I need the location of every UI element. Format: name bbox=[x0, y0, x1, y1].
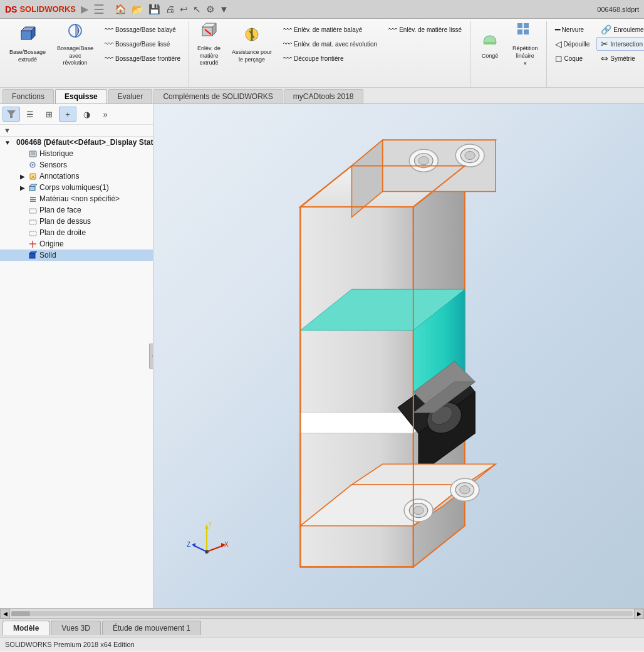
tab-evaluer[interactable]: Evaluer bbox=[108, 89, 153, 103]
svg-rect-33 bbox=[29, 220, 36, 224]
depouille-button[interactable]: ◁ Dépouille bbox=[551, 37, 595, 51]
svg-marker-79 bbox=[192, 543, 195, 547]
root-expander[interactable]: ▼ bbox=[4, 139, 11, 146]
corps-icon bbox=[29, 184, 37, 192]
enroulement-button[interactable]: 🔗 Enroulement bbox=[596, 23, 644, 36]
bossage-frontiere-icon: 〰 bbox=[105, 53, 113, 63]
symetrie-icon: ⇔ bbox=[601, 53, 608, 63]
rep-lineaire-dropdown[interactable]: ▼ bbox=[522, 61, 527, 67]
panel-icons-btn[interactable]: ⊞ bbox=[40, 107, 58, 122]
panel-filter-btn[interactable] bbox=[3, 107, 20, 122]
ribbon-group-nervure-content: ━ Nervure ◁ Dépouille ◻ Coque 🔗 Enroulem… bbox=[551, 23, 644, 86]
decoupe-frontiere-button[interactable]: 〰 Découpe frontière bbox=[279, 51, 382, 65]
materiau-icon bbox=[29, 195, 37, 203]
tree-plan-dessus[interactable]: Plan de dessus bbox=[0, 216, 153, 227]
tab-complements[interactable]: Compléments de SOLIDWORKS bbox=[153, 89, 282, 103]
svg-rect-32 bbox=[29, 209, 36, 213]
nervure-button[interactable]: ━ Nervure bbox=[551, 23, 595, 36]
bottom-tab-etude[interactable]: Étude de mouvement 1 bbox=[102, 621, 201, 635]
tree-historique[interactable]: Historique bbox=[0, 148, 153, 159]
dropdown-icon[interactable]: ▼ bbox=[219, 4, 229, 14]
sw-logo-ds: DS bbox=[5, 4, 17, 14]
svg-point-47 bbox=[418, 157, 428, 165]
conge-button[interactable]: Congé bbox=[474, 23, 506, 66]
enlev-matiere-lisse-label: Enlèv. de matière lissé bbox=[399, 26, 462, 33]
print-icon[interactable]: 🖨 bbox=[165, 4, 175, 14]
enlev-matiere-lisse-button[interactable]: 〰 Enlèv. de matière lissé bbox=[384, 23, 466, 36]
bossage-balaye-label: Bossage/Base balayé bbox=[115, 26, 176, 33]
depouille-icon: ◁ bbox=[555, 39, 562, 49]
tree-annotations[interactable]: ▶ A Annotations bbox=[0, 171, 153, 182]
main-content: ☰ ⊞ + ◑ » ▼ ▼ 006468 (Défaut<<Défaut>_Di… bbox=[0, 104, 644, 608]
corps-label: Corps volumiques(1) bbox=[39, 183, 109, 192]
axes-indicator: Y X Z bbox=[185, 520, 229, 558]
panel-list-btn[interactable]: ☰ bbox=[21, 107, 39, 122]
scroll-thumb[interactable] bbox=[11, 611, 30, 616]
options-icon[interactable]: ⚙ bbox=[206, 4, 214, 15]
bossage-lisse-button[interactable]: 〰 Bossage/Base lissé bbox=[100, 37, 185, 51]
forward-arrow[interactable]: ▶ bbox=[81, 3, 88, 15]
assistance-icon bbox=[243, 26, 261, 48]
bottom-tab-vues3d[interactable]: Vues 3D bbox=[51, 621, 101, 635]
enlev-matiere-extrude-button[interactable]: Enlèv. de matière extrudé bbox=[193, 23, 225, 66]
tab-mycadtools[interactable]: myCADtools 2018 bbox=[284, 89, 363, 103]
bossage-balaye-button[interactable]: 〰 Bossage/Base balayé bbox=[100, 23, 185, 36]
decoupe-frontiere-icon: 〰 bbox=[283, 53, 292, 63]
collapse-handle[interactable]: › bbox=[149, 344, 153, 369]
tree-solid[interactable]: Solid bbox=[0, 250, 153, 261]
titlebar: DS SOLIDWORKS ▶ ☰ 🏠 📂 💾 🖨 ↩ ↖ ⚙ ▼ 006468… bbox=[0, 0, 644, 19]
corps-expander: ▶ bbox=[19, 184, 26, 191]
tree-plan-droite[interactable]: Plan de droite bbox=[0, 227, 153, 238]
annotations-expander: ▶ bbox=[19, 173, 26, 180]
enlev-balaye-button[interactable]: 〰 Enlèv. de matière balayé bbox=[279, 23, 382, 36]
tab-fonctions[interactable]: Fonctions bbox=[3, 89, 54, 103]
base-bossage-revolution-button[interactable]: Bossage/Base avec révolution bbox=[53, 23, 98, 66]
base-bossage-extrude-button[interactable]: Base/Bossage extrudé bbox=[5, 23, 50, 66]
tree-origine[interactable]: Origine bbox=[0, 238, 153, 250]
coque-button[interactable]: ◻ Coque bbox=[551, 51, 595, 65]
scroll-right[interactable]: ▶ bbox=[634, 609, 644, 619]
tree-materiau[interactable]: Matériau <non spécifié> bbox=[0, 193, 153, 204]
tree-corps-volumiques[interactable]: ▶ Corps volumiques(1) bbox=[0, 182, 153, 193]
svg-point-81 bbox=[205, 550, 209, 554]
enlev-mat-rev-button[interactable]: 〰 Enlèv. de mat. avec révolution bbox=[279, 37, 382, 51]
scroll-track[interactable] bbox=[11, 611, 633, 616]
ribbon-group-conge-content: Congé Répétition linéaire ▼ bbox=[474, 23, 543, 86]
ribbon-group-conge: Congé Répétition linéaire ▼ bbox=[472, 21, 547, 87]
base-bossage-extrude-label: Base/Bossage extrudé bbox=[9, 49, 46, 63]
tab-esquisse[interactable]: Esquisse bbox=[55, 89, 107, 103]
sw-logo-text: SOLIDWORKS bbox=[19, 4, 76, 14]
new-file-icon[interactable]: 🏠 bbox=[115, 4, 127, 15]
save-icon[interactable]: 💾 bbox=[148, 4, 160, 15]
tree-plan-face[interactable]: Plan de face bbox=[0, 204, 153, 216]
plan-droite-label: Plan de droite bbox=[39, 228, 86, 237]
panel-tree-btn[interactable]: + bbox=[59, 107, 76, 122]
panel-color-btn[interactable]: ◑ bbox=[78, 107, 95, 122]
enroulement-label: Enroulement bbox=[613, 26, 644, 33]
intersection-button[interactable]: ✂ Intersection bbox=[596, 37, 644, 51]
sw-logo: DS SOLIDWORKS bbox=[5, 4, 76, 14]
svg-rect-13 bbox=[524, 23, 529, 28]
cursor-icon[interactable]: ↖ bbox=[193, 4, 201, 15]
ribbon-small-col-enlev2: 〰 Enlèv. de matière lissé bbox=[384, 23, 466, 36]
assistance-percage-button[interactable]: Assistance pour le perçage bbox=[227, 23, 276, 66]
svg-point-24 bbox=[32, 164, 34, 166]
scroll-left[interactable]: ◀ bbox=[0, 609, 10, 619]
rep-lineaire-button[interactable]: Répétition linéaire ▼ bbox=[508, 23, 543, 66]
ribbon-small-col-nervure: ━ Nervure ◁ Dépouille ◻ Coque bbox=[551, 23, 595, 65]
hscrollbar[interactable]: ◀ ▶ bbox=[0, 608, 644, 618]
enlev-matiere-label: Enlèv. de matière extrudé bbox=[197, 45, 221, 67]
svg-point-69 bbox=[460, 486, 470, 494]
tree-sensors[interactable]: Sensors bbox=[0, 159, 153, 171]
bottom-tab-modele[interactable]: Modèle bbox=[3, 621, 49, 635]
menu-icon[interactable]: ☰ bbox=[93, 2, 105, 17]
bossage-lisse-label: Bossage/Base lissé bbox=[115, 41, 170, 48]
undo-icon[interactable]: ↩ bbox=[180, 4, 188, 15]
open-icon[interactable]: 📂 bbox=[132, 4, 143, 15]
svg-marker-54 bbox=[300, 413, 413, 433]
panel-expand-btn[interactable]: » bbox=[96, 107, 114, 122]
bossage-frontiere-button[interactable]: 〰 Bossage/Base frontière bbox=[100, 51, 185, 65]
symetrie-button[interactable]: ⇔ Symétrie bbox=[596, 51, 644, 65]
tree-root[interactable]: ▼ 006468 (Défaut<<Défaut>_Display State bbox=[0, 137, 153, 148]
viewport[interactable]: Y X Z bbox=[153, 104, 644, 608]
